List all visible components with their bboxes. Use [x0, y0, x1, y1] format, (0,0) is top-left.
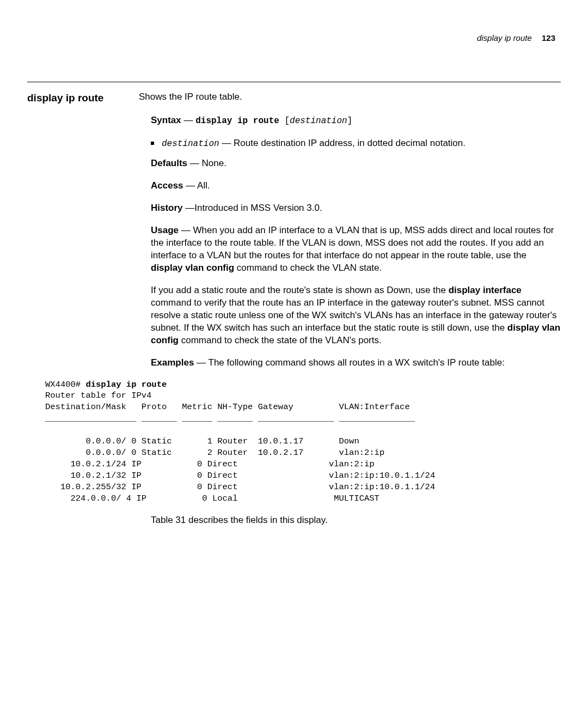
param-item: destination — Route destination IP addre…	[151, 137, 561, 150]
usage-p2c: command to verify that the route has an …	[151, 297, 556, 333]
cli-output: WX4400# display ip route Router table fo…	[45, 379, 561, 504]
param-text: destination — Route destination IP addre…	[162, 137, 465, 150]
command-body: Shows the IP route table. Syntax — displ…	[139, 91, 561, 526]
syntax-dash: —	[181, 115, 195, 125]
cli-prompt: WX4400#	[45, 380, 85, 389]
param-dash: —	[219, 138, 234, 148]
cli-command: display ip route	[85, 380, 167, 389]
examples-label: Examples	[151, 357, 194, 368]
usage-p2a: If you add a static route and the route'…	[151, 285, 449, 295]
syntax-command: display ip route	[195, 116, 279, 126]
usage-p2e: command to check the state of the VLAN's…	[179, 335, 382, 345]
usage-p1c: command to check the VLAN state.	[234, 263, 382, 273]
intro-text: Shows the IP route table.	[139, 91, 561, 104]
usage-p1-cmd: display vlan config	[151, 263, 234, 273]
history-section: History —Introduced in MSS Version 3.0.	[139, 202, 561, 215]
table-caption: Table 31 describes the fields in this di…	[139, 514, 561, 527]
examples-section: Examples — The following command shows a…	[139, 357, 561, 369]
command-title: display ip route	[27, 91, 139, 105]
syntax-bracket-close: ]	[347, 116, 353, 126]
running-header: display ip route 123	[27, 33, 561, 44]
param-name: destination	[162, 139, 219, 149]
running-header-text: display ip route	[477, 33, 532, 42]
history-value: —Introduced in MSS Version 3.0.	[183, 203, 322, 213]
syntax-section: Syntax — display ip route [destination]	[139, 114, 561, 127]
defaults-section: Defaults — None.	[139, 157, 561, 170]
usage-section-2: If you add a static route and the route'…	[139, 284, 561, 347]
top-rule	[27, 82, 561, 82]
param-desc: Route destination IP address, in dotted …	[234, 138, 465, 148]
usage-p1a: — When you add an IP interface to a VLAN…	[151, 225, 554, 260]
access-value: — All.	[183, 180, 210, 191]
param-list: destination — Route destination IP addre…	[139, 137, 561, 150]
examples-text: — The following command shows all routes…	[194, 357, 504, 368]
usage-p2-cmd1: display interface	[449, 285, 522, 295]
syntax-bracket-open: [	[279, 116, 290, 126]
access-section: Access — All.	[139, 180, 561, 192]
syntax-label: Syntax	[151, 115, 181, 125]
defaults-value: — None.	[187, 158, 226, 168]
page-number: 123	[542, 33, 555, 42]
defaults-label: Defaults	[151, 158, 187, 168]
access-label: Access	[151, 180, 183, 191]
cli-body: Router table for IPv4 Destination/Mask P…	[45, 391, 435, 503]
main-content: display ip route Shows the IP route tabl…	[27, 91, 561, 526]
bullet-icon	[151, 142, 154, 145]
usage-label: Usage	[151, 225, 179, 235]
history-label: History	[151, 203, 183, 213]
syntax-arg: destination	[290, 116, 347, 126]
usage-section: Usage — When you add an IP interface to …	[139, 224, 561, 275]
